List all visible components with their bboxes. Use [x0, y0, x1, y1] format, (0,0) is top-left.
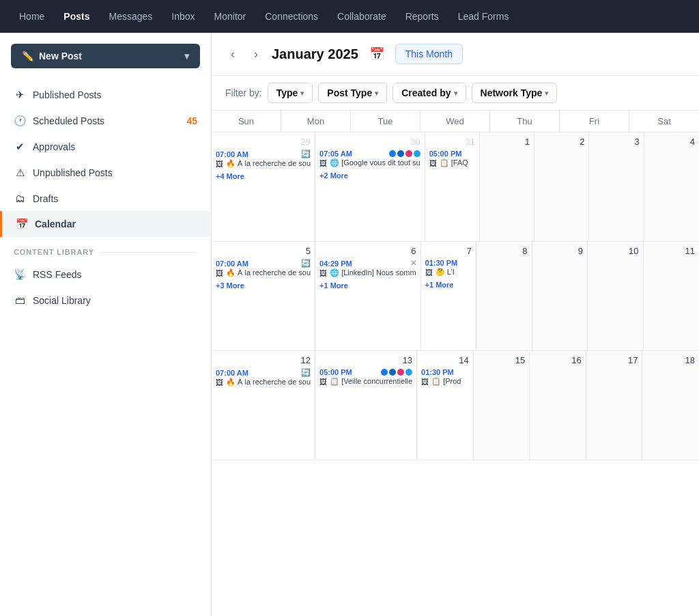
- post-title: 🖼 📋 [Prod: [421, 377, 469, 386]
- nav-posts[interactable]: Posts: [55, 7, 98, 26]
- day-header-sat: Sat: [629, 111, 699, 132]
- post-time: 04:29 PM ✕: [319, 259, 416, 268]
- calendar-cell-jan-15: 15: [474, 351, 530, 460]
- cell-date: 12: [216, 355, 311, 365]
- sidebar-item-approvals[interactable]: ✔ Approvals: [0, 134, 211, 160]
- filter-created-by-button[interactable]: Created by ▾: [393, 83, 466, 103]
- post-time: 05:00 PM: [429, 150, 475, 158]
- cell-date: 11: [648, 246, 695, 256]
- post-entry[interactable]: 07:00 AM 🔄 🖼 🔥 À la recherche de sou: [216, 368, 311, 387]
- new-post-button[interactable]: ✏️ New Post ▾: [11, 44, 200, 68]
- unpublished-icon: ⚠: [14, 167, 26, 179]
- calendar-cell-jan-7: 7 01:30 PM 🖼 🤔 L'I +1 More: [421, 242, 476, 351]
- edit-icon: ✏️: [22, 51, 33, 61]
- more-link[interactable]: +1 More: [425, 279, 472, 290]
- post-title: 🖼 🌐 [Google vous dit tout su: [319, 158, 420, 167]
- sidebar-item-label: Published Posts: [33, 89, 101, 100]
- linkedin-icon: [397, 150, 404, 157]
- sidebar-item-scheduled-posts[interactable]: 🕐 Scheduled Posts 45: [0, 108, 211, 134]
- image-icon: 🖼: [319, 159, 327, 167]
- more-link[interactable]: +2 More: [319, 170, 420, 181]
- main-content: ‹ › January 2025 📅 This Month Filter by:…: [212, 33, 699, 616]
- day-header-fri: Fri: [560, 111, 629, 132]
- this-month-button[interactable]: This Month: [395, 44, 463, 64]
- sidebar-item-label: Unpublished Posts: [33, 167, 113, 178]
- post-entry[interactable]: 04:29 PM ✕ 🖼 🌐 [LinkedIn] Nous somm: [319, 259, 416, 277]
- sidebar-item-published-posts[interactable]: ✈ Published Posts: [0, 82, 211, 108]
- sidebar-item-unpublished-posts[interactable]: ⚠ Unpublished Posts: [0, 160, 211, 186]
- post-entry[interactable]: 05:00 PM 🖼 📋 [Veille concurrentielle: [319, 368, 412, 386]
- nav-monitor[interactable]: Monitor: [206, 7, 255, 26]
- cell-date: 2: [539, 137, 584, 147]
- next-month-button[interactable]: ›: [248, 44, 263, 64]
- post-entry[interactable]: 07:00 AM 🔄 🖼 🔥 À la recherche de sou: [216, 150, 311, 168]
- nav-reports[interactable]: Reports: [397, 7, 447, 26]
- image-icon: 🖼: [319, 269, 327, 277]
- nav-connections[interactable]: Connections: [257, 7, 326, 26]
- nav-inbox[interactable]: Inbox: [163, 7, 203, 26]
- scheduled-posts-icon: 🕐: [14, 115, 26, 127]
- facebook-icon: [381, 369, 388, 376]
- nav-messages[interactable]: Messages: [100, 7, 160, 26]
- post-entry[interactable]: 01:30 PM 🖼 🤔 L'I: [425, 259, 472, 277]
- post-time: 07:05 AM: [319, 150, 420, 158]
- post-title: 🖼 🌐 [LinkedIn] Nous somm: [319, 268, 416, 277]
- repeat-icon: 🔄: [301, 259, 311, 268]
- nav-lead-forms[interactable]: Lead Forms: [450, 7, 517, 26]
- filter-type-button[interactable]: Type ▾: [268, 83, 313, 103]
- nav-home[interactable]: Home: [11, 7, 53, 26]
- post-title: 🖼 🔥 À la recherche de sou: [216, 159, 311, 168]
- social-icons: [381, 369, 412, 376]
- calendar-cell-jan-11: 11: [644, 242, 699, 351]
- sidebar-item-label: RSS Feeds: [33, 269, 82, 280]
- calendar-cell-jan-10: 10: [588, 242, 643, 351]
- post-time: 07:00 AM 🔄: [216, 150, 311, 158]
- filter-post-type-button[interactable]: Post Type ▾: [318, 83, 387, 103]
- sidebar-item-drafts[interactable]: 🗂 Drafts: [0, 186, 211, 211]
- cell-date: 7: [425, 246, 472, 256]
- sidebar-item-rss-feeds[interactable]: 📡 RSS Feeds: [0, 262, 211, 288]
- chevron-down-icon: ▾: [545, 89, 548, 97]
- filter-post-type-label: Post Type: [327, 87, 372, 98]
- chevron-down-icon: ▾: [454, 89, 457, 97]
- post-entry[interactable]: 05:00 PM 🖼 📋 [FAQ: [429, 150, 475, 167]
- cell-date: 14: [421, 355, 469, 365]
- sidebar-item-calendar[interactable]: 📅 Calendar: [0, 211, 211, 237]
- calendar-cell-jan-17: 17: [586, 351, 643, 460]
- post-title: 🖼 📋 [Veille concurrentielle: [319, 377, 412, 386]
- filter-type-label: Type: [276, 87, 298, 98]
- twitter-icon: [405, 369, 412, 376]
- new-post-label: New Post: [39, 51, 82, 61]
- calendar-icon: 📅: [16, 218, 28, 230]
- filter-bar: Filter by: Type ▾ Post Type ▾ Created by…: [212, 76, 699, 111]
- prev-month-button[interactable]: ‹: [225, 44, 240, 64]
- twitter-icon: [414, 150, 420, 157]
- filter-network-type-button[interactable]: Network Type ▾: [472, 83, 558, 103]
- post-entry[interactable]: 01:30 PM 🖼 📋 [Prod: [421, 368, 469, 386]
- social-library-icon: 🗃: [14, 294, 26, 306]
- new-post-section: ✏️ New Post ▾: [11, 44, 200, 68]
- calendar-week-3: 12 07:00 AM 🔄 🖼 🔥 À la recherche de sou …: [212, 351, 699, 460]
- post-title: 🖼 🔥 À la recherche de sou: [216, 268, 311, 277]
- more-link[interactable]: +4 More: [216, 171, 311, 182]
- calendar-cell-dec-29: 29 07:00 AM 🔄 🖼 🔥 À la recherche de sou …: [212, 132, 315, 242]
- app-layout: ✏️ New Post ▾ ✈ Published Posts 🕐 Schedu…: [0, 33, 699, 616]
- post-entry[interactable]: 07:00 AM 🔄 🖼 🔥 À la recherche de sou: [216, 259, 311, 277]
- more-link[interactable]: +3 More: [216, 280, 311, 291]
- more-link[interactable]: +1 More: [319, 280, 416, 291]
- month-title: January 2025: [272, 46, 358, 62]
- cell-date: 6: [319, 246, 416, 256]
- calendar-cell-jan-3: 3: [589, 132, 644, 242]
- instagram-icon: [405, 150, 412, 157]
- calendar-cell-jan-8: 8: [476, 242, 532, 351]
- cell-date: 13: [319, 355, 412, 365]
- date-picker-button[interactable]: 📅: [367, 44, 387, 64]
- sidebar-item-social-library[interactable]: 🗃 Social Library: [0, 288, 211, 313]
- image-icon: 🖼: [216, 269, 223, 277]
- calendar-cell-jan-13: 13 05:00 PM 🖼 📋 [Veill: [315, 351, 417, 460]
- post-entry[interactable]: 07:05 AM 🖼 🌐 [Google vous dit tout su: [319, 150, 420, 167]
- rss-icon: 📡: [14, 268, 26, 281]
- nav-collaborate[interactable]: Collaborate: [329, 7, 395, 26]
- sidebar-item-label: Drafts: [33, 193, 58, 204]
- calendar-cell-jan-18: 18: [642, 351, 699, 460]
